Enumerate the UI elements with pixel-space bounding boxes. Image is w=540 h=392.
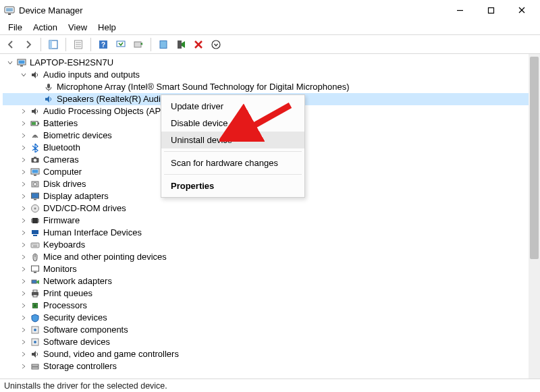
microphone-icon [43,82,54,92]
tree-node-label: Cameras [43,154,79,166]
scrollbar-thumb[interactable] [530,57,539,259]
menu-file[interactable]: File [3,21,28,34]
tree-node-label: Firmware [43,215,80,227]
tree-node-label: LAPTOP-ESH2SN7U [30,57,113,69]
tree-category-node[interactable]: Software devices [3,336,540,348]
keyboard-icon [30,240,40,250]
chevron-right-icon[interactable] [19,143,28,152]
tree-category-node[interactable]: Software components [3,324,540,336]
tree-category-node[interactable]: DVD/CD-ROM drives [3,202,540,215]
tree-node-label: Audio inputs and outputs [43,69,140,81]
chevron-right-icon[interactable] [19,301,28,310]
tree-category-node[interactable]: Storage controllers [3,360,540,372]
tree-category-node[interactable]: Monitors [3,263,540,275]
svg-rect-63 [33,295,37,297]
tree-node-label: Audio Processing Objects (AP [43,105,161,117]
svg-rect-25 [47,84,50,88]
chevron-right-icon[interactable] [19,313,28,323]
tree-node-label: Print queues [43,287,92,300]
chevron-right-icon[interactable] [19,277,28,286]
chevron-down-icon[interactable] [19,70,28,80]
chevron-right-icon[interactable] [19,167,28,177]
svg-rect-8 [49,40,52,49]
svg-rect-56 [33,246,37,246]
tree-category-node[interactable]: Print queues [3,287,540,300]
tree-node-label: Software components [43,324,128,336]
menu-help[interactable]: Help [92,21,122,34]
svg-rect-4 [488,7,493,13]
chevron-right-icon[interactable] [19,228,28,237]
context-menu-update-driver[interactable]: Update driver [161,98,304,115]
tree-node-label: Network adapters [43,275,112,287]
display-icon [30,191,40,202]
toolbar-separator [151,38,151,51]
svg-rect-51 [31,243,39,248]
context-menu-disable-device[interactable]: Disable device [161,115,304,132]
uninstall-button[interactable] [190,36,207,53]
chevron-right-icon[interactable] [19,349,28,359]
tree-category-node[interactable]: Firmware [3,215,540,227]
chevron-right-icon[interactable] [19,264,28,274]
down-arrow-button[interactable] [208,36,224,53]
chevron-right-icon[interactable] [19,240,28,250]
tree-category-node[interactable]: Audio inputs and outputs [3,69,540,81]
fingerprint-icon [30,130,40,141]
chevron-right-icon[interactable] [19,252,28,262]
tree-category-node[interactable]: Security devices [3,312,540,324]
chevron-right-icon[interactable] [19,216,28,225]
tree-category-node[interactable]: Network adapters [3,275,540,287]
monitor-icon [30,264,40,275]
context-menu-properties[interactable]: Properties [161,177,304,194]
update-driver-button[interactable] [130,36,146,53]
chevron-right-icon[interactable] [19,155,28,165]
tree-node-label: Human Interface Devices [43,227,142,239]
svg-rect-42 [32,218,38,223]
enable-button[interactable] [155,36,171,53]
minimize-button[interactable] [444,0,475,20]
tree-category-node[interactable]: Mice and other pointing devices [3,251,540,263]
tree-device-node[interactable]: Microphone Array (Intel® Smart Sound Tec… [3,81,540,93]
tree-root-node[interactable]: LAPTOP-ESH2SN7U [3,57,540,69]
tree-category-node[interactable]: Processors [3,300,540,312]
chevron-right-icon[interactable] [19,289,28,298]
chevron-right-icon[interactable] [19,131,28,140]
speaker-icon [30,106,40,117]
menu-action[interactable]: Action [28,21,63,34]
show-hide-button[interactable] [45,36,61,53]
chevron-right-icon[interactable] [19,204,28,213]
svg-rect-35 [34,175,36,176]
tree-category-node[interactable]: Sound, video and game controllers [3,348,540,360]
close-button[interactable] [506,0,537,20]
tree-category-node[interactable]: Human Interface Devices [3,227,540,239]
network-icon [30,276,40,287]
chevron-right-icon[interactable] [19,119,28,128]
chevron-right-icon[interactable] [19,337,28,347]
svg-rect-2 [8,13,11,15]
tree-node-label: Display adapters [43,190,109,202]
tree-category-node[interactable]: Keyboards [3,239,540,251]
back-button[interactable] [3,36,19,53]
chevron-down-icon[interactable] [5,58,15,67]
tree-node-label: Sound, video and game controllers [43,348,179,360]
scan-button[interactable] [113,36,129,53]
chevron-right-icon[interactable] [19,192,28,201]
svg-rect-29 [32,122,36,125]
context-menu-scan[interactable]: Scan for hardware changes [161,155,304,171]
svg-rect-65 [34,304,36,307]
chevron-right-icon[interactable] [19,179,28,189]
properties-button[interactable] [70,36,86,53]
maximize-button[interactable] [475,0,506,20]
vertical-scrollbar[interactable] [529,54,540,379]
forward-button[interactable] [20,36,36,53]
help-button[interactable]: ? [95,36,111,53]
chevron-right-icon[interactable] [19,325,28,335]
camera-icon [30,155,40,165]
disable-button[interactable] [173,36,189,53]
menu-view[interactable]: View [63,21,92,34]
chevron-right-icon[interactable] [19,107,28,116]
context-menu-uninstall-device[interactable]: Uninstall device [161,132,304,148]
chevron-right-icon[interactable] [19,362,28,371]
svg-rect-1 [6,8,13,11]
processor-icon [30,300,40,311]
svg-point-41 [34,208,36,210]
